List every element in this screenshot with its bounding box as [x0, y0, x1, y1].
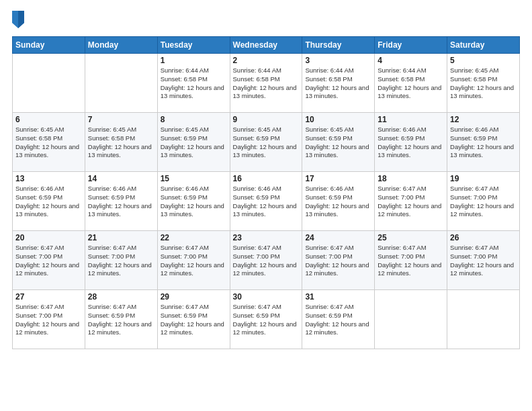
day-info: Sunrise: 6:45 AM Sunset: 6:58 PM Dayligh… [15, 126, 82, 160]
calendar-cell: 15Sunrise: 6:46 AM Sunset: 6:59 PM Dayli… [157, 172, 230, 231]
day-info: Sunrise: 6:45 AM Sunset: 6:58 PM Dayligh… [450, 66, 517, 101]
day-info: Sunrise: 6:47 AM Sunset: 7:00 PM Dayligh… [378, 185, 444, 219]
day-number: 16 [233, 174, 300, 183]
calendar-cell: 28Sunrise: 6:47 AM Sunset: 6:59 PM Dayli… [85, 290, 157, 349]
day-info: Sunrise: 6:47 AM Sunset: 7:00 PM Dayligh… [378, 244, 444, 278]
day-number: 19 [450, 174, 517, 183]
weekday-header-row: SundayMondayTuesdayWednesdayThursdayFrid… [13, 37, 520, 54]
calendar-week-1: 1Sunrise: 6:44 AM Sunset: 6:58 PM Daylig… [13, 54, 520, 113]
day-number: 17 [305, 174, 371, 183]
calendar-cell: 18Sunrise: 6:47 AM Sunset: 7:00 PM Dayli… [375, 172, 447, 231]
calendar-cell: 2Sunrise: 6:44 AM Sunset: 6:58 PM Daylig… [230, 54, 302, 113]
weekday-header-thursday: Thursday [302, 37, 375, 54]
day-number: 8 [161, 115, 227, 124]
calendar-cell: 23Sunrise: 6:47 AM Sunset: 7:00 PM Dayli… [230, 231, 302, 290]
day-info: Sunrise: 6:46 AM Sunset: 6:59 PM Dayligh… [233, 185, 300, 219]
day-number: 23 [233, 233, 300, 242]
day-info: Sunrise: 6:46 AM Sunset: 6:59 PM Dayligh… [450, 126, 517, 160]
calendar-week-3: 13Sunrise: 6:46 AM Sunset: 6:59 PM Dayli… [13, 172, 520, 231]
calendar-week-2: 6Sunrise: 6:45 AM Sunset: 6:58 PM Daylig… [13, 113, 520, 172]
day-info: Sunrise: 6:46 AM Sunset: 6:59 PM Dayligh… [88, 185, 154, 219]
calendar-cell: 27Sunrise: 6:47 AM Sunset: 7:00 PM Dayli… [13, 290, 85, 349]
weekday-header-saturday: Saturday [447, 37, 520, 54]
calendar-cell: 26Sunrise: 6:47 AM Sunset: 7:00 PM Dayli… [447, 231, 520, 290]
day-number: 1 [161, 56, 227, 65]
calendar-cell: 3Sunrise: 6:44 AM Sunset: 6:58 PM Daylig… [302, 54, 375, 113]
day-number: 4 [378, 56, 444, 65]
calendar-cell: 8Sunrise: 6:45 AM Sunset: 6:59 PM Daylig… [157, 113, 230, 172]
calendar-cell: 13Sunrise: 6:46 AM Sunset: 6:59 PM Dayli… [13, 172, 85, 231]
page-header [12, 12, 520, 30]
logo [12, 12, 27, 30]
calendar-cell: 29Sunrise: 6:47 AM Sunset: 6:59 PM Dayli… [157, 290, 230, 349]
day-number: 30 [233, 292, 300, 302]
day-number: 7 [88, 115, 154, 124]
calendar-cell: 5Sunrise: 6:45 AM Sunset: 6:58 PM Daylig… [447, 54, 520, 113]
day-number: 18 [378, 174, 444, 183]
day-info: Sunrise: 6:45 AM Sunset: 6:59 PM Dayligh… [305, 126, 371, 160]
weekday-header-monday: Monday [85, 37, 157, 54]
day-info: Sunrise: 6:45 AM Sunset: 6:59 PM Dayligh… [161, 126, 227, 160]
calendar-cell [13, 54, 85, 113]
calendar-cell [375, 290, 447, 349]
day-number: 20 [15, 233, 82, 242]
calendar-cell: 10Sunrise: 6:45 AM Sunset: 6:59 PM Dayli… [302, 113, 375, 172]
day-info: Sunrise: 6:46 AM Sunset: 6:59 PM Dayligh… [305, 185, 371, 219]
calendar-cell: 24Sunrise: 6:47 AM Sunset: 7:00 PM Dayli… [302, 231, 375, 290]
day-number: 29 [161, 292, 227, 302]
calendar-cell: 31Sunrise: 6:47 AM Sunset: 6:59 PM Dayli… [302, 290, 375, 349]
day-number: 9 [233, 115, 300, 124]
logo-icon [12, 11, 24, 28]
day-info: Sunrise: 6:47 AM Sunset: 7:00 PM Dayligh… [450, 244, 517, 278]
calendar-cell: 6Sunrise: 6:45 AM Sunset: 6:58 PM Daylig… [13, 113, 85, 172]
day-info: Sunrise: 6:47 AM Sunset: 7:00 PM Dayligh… [15, 244, 82, 278]
calendar-table: SundayMondayTuesdayWednesdayThursdayFrid… [12, 36, 520, 349]
day-info: Sunrise: 6:47 AM Sunset: 7:00 PM Dayligh… [233, 244, 300, 278]
weekday-header-wednesday: Wednesday [230, 37, 302, 54]
day-info: Sunrise: 6:47 AM Sunset: 7:00 PM Dayligh… [305, 244, 371, 278]
day-info: Sunrise: 6:47 AM Sunset: 7:00 PM Dayligh… [88, 244, 154, 278]
day-number: 25 [378, 233, 444, 242]
calendar-cell: 17Sunrise: 6:46 AM Sunset: 6:59 PM Dayli… [302, 172, 375, 231]
calendar-week-5: 27Sunrise: 6:47 AM Sunset: 7:00 PM Dayli… [13, 290, 520, 349]
day-number: 12 [450, 115, 517, 124]
day-number: 31 [305, 292, 371, 302]
calendar-cell: 4Sunrise: 6:44 AM Sunset: 6:58 PM Daylig… [375, 54, 447, 113]
day-number: 15 [161, 174, 227, 183]
weekday-header-sunday: Sunday [13, 37, 85, 54]
calendar-cell: 11Sunrise: 6:46 AM Sunset: 6:59 PM Dayli… [375, 113, 447, 172]
day-info: Sunrise: 6:46 AM Sunset: 6:59 PM Dayligh… [161, 185, 227, 219]
calendar-cell: 1Sunrise: 6:44 AM Sunset: 6:58 PM Daylig… [157, 54, 230, 113]
day-info: Sunrise: 6:47 AM Sunset: 6:59 PM Dayligh… [88, 303, 154, 337]
calendar-page: SundayMondayTuesdayWednesdayThursdayFrid… [0, 0, 532, 411]
day-number: 10 [305, 115, 371, 124]
day-info: Sunrise: 6:47 AM Sunset: 7:00 PM Dayligh… [161, 244, 227, 278]
day-number: 6 [15, 115, 82, 124]
calendar-cell: 7Sunrise: 6:45 AM Sunset: 6:58 PM Daylig… [85, 113, 157, 172]
calendar-cell: 22Sunrise: 6:47 AM Sunset: 7:00 PM Dayli… [157, 231, 230, 290]
calendar-cell: 25Sunrise: 6:47 AM Sunset: 7:00 PM Dayli… [375, 231, 447, 290]
day-info: Sunrise: 6:47 AM Sunset: 6:59 PM Dayligh… [161, 303, 227, 337]
day-number: 21 [88, 233, 154, 242]
calendar-cell: 20Sunrise: 6:47 AM Sunset: 7:00 PM Dayli… [13, 231, 85, 290]
day-number: 2 [233, 56, 300, 65]
day-info: Sunrise: 6:47 AM Sunset: 7:00 PM Dayligh… [15, 303, 82, 337]
calendar-cell: 21Sunrise: 6:47 AM Sunset: 7:00 PM Dayli… [85, 231, 157, 290]
calendar-cell: 12Sunrise: 6:46 AM Sunset: 6:59 PM Dayli… [447, 113, 520, 172]
day-number: 14 [88, 174, 154, 183]
calendar-cell: 9Sunrise: 6:45 AM Sunset: 6:59 PM Daylig… [230, 113, 302, 172]
day-info: Sunrise: 6:47 AM Sunset: 6:59 PM Dayligh… [233, 303, 300, 337]
day-info: Sunrise: 6:44 AM Sunset: 6:58 PM Dayligh… [305, 66, 371, 101]
day-info: Sunrise: 6:47 AM Sunset: 6:59 PM Dayligh… [305, 303, 371, 337]
day-number: 28 [88, 292, 154, 302]
day-number: 22 [161, 233, 227, 242]
day-number: 13 [15, 174, 82, 183]
day-info: Sunrise: 6:45 AM Sunset: 6:58 PM Dayligh… [88, 126, 154, 160]
weekday-header-tuesday: Tuesday [157, 37, 230, 54]
calendar-cell [447, 290, 520, 349]
calendar-cell [85, 54, 157, 113]
calendar-cell: 14Sunrise: 6:46 AM Sunset: 6:59 PM Dayli… [85, 172, 157, 231]
day-info: Sunrise: 6:44 AM Sunset: 6:58 PM Dayligh… [161, 66, 227, 101]
day-info: Sunrise: 6:44 AM Sunset: 6:58 PM Dayligh… [233, 66, 300, 101]
day-info: Sunrise: 6:46 AM Sunset: 6:59 PM Dayligh… [378, 126, 444, 160]
